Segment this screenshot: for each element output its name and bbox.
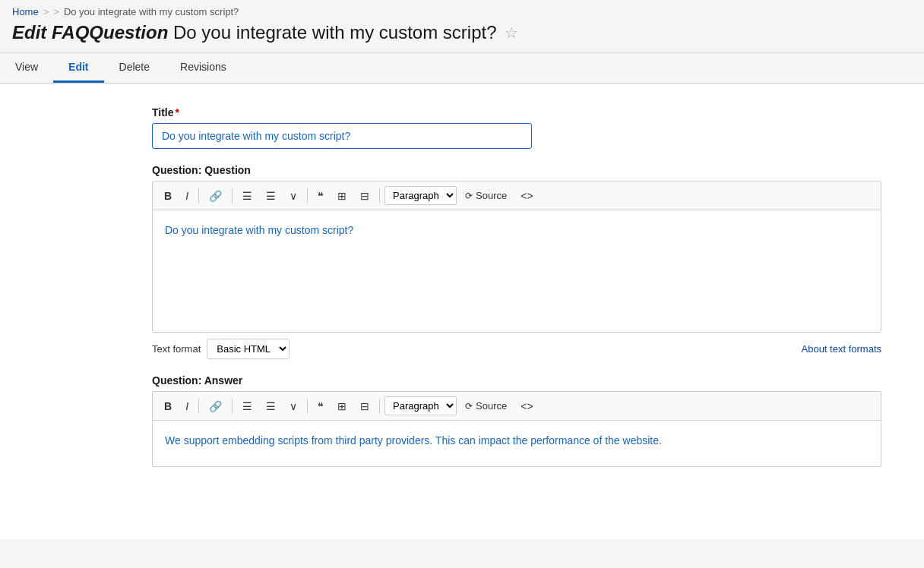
image-button[interactable]: ⊞ [332, 187, 352, 205]
numbered-list-button[interactable]: ☰ [261, 187, 281, 205]
link-button[interactable]: 🔗 [204, 187, 227, 205]
answer-list-dropdown-button[interactable]: ∨ [284, 397, 302, 415]
page-title: Edit FAQQuestion Do you integrate with m… [12, 22, 912, 43]
answer-toolbar-sep-1 [198, 399, 199, 414]
embed-button[interactable]: ⊟ [355, 187, 375, 205]
breadcrumb-current: Do you integrate with my custom script? [64, 6, 239, 17]
content-area: Title* Question: Question B I 🔗 ☰ ☰ ∨ ❝ … [0, 84, 924, 539]
bullet-list-button[interactable]: ☰ [237, 187, 258, 205]
page-title-prefix: Edit FAQQuestion [12, 22, 168, 43]
tab-navigation: View Edit Delete Revisions [0, 53, 924, 84]
format-select[interactable]: Paragraph [384, 186, 457, 205]
answer-body[interactable]: We support embedding scripts from third … [153, 421, 881, 466]
answer-source-label: Source [476, 400, 507, 412]
toolbar-sep-4 [379, 188, 380, 204]
about-formats-link[interactable]: About text formats [802, 343, 882, 355]
breadcrumb-sep1: > [43, 6, 49, 17]
toolbar-sep-3 [307, 188, 308, 204]
code-button[interactable]: <> [515, 187, 538, 205]
answer-label: Question: Answer [152, 374, 772, 387]
answer-italic-button[interactable]: I [180, 397, 194, 415]
breadcrumb-home[interactable]: Home [12, 6, 39, 17]
breadcrumb: Home > > Do you integrate with my custom… [12, 6, 912, 17]
answer-embed-button[interactable]: ⊟ [355, 397, 375, 415]
tab-delete[interactable]: Delete [104, 53, 165, 83]
question-editor: B I 🔗 ☰ ☰ ∨ ❝ ⊞ ⊟ Paragraph ⟳ Source [152, 181, 881, 333]
source-label: Source [476, 190, 507, 201]
answer-link-button[interactable]: 🔗 [204, 397, 227, 415]
title-field-group: Title* [152, 106, 772, 149]
tab-edit[interactable]: Edit [53, 53, 103, 83]
source-button[interactable]: ⟳ Source [460, 187, 512, 204]
answer-toolbar-sep-4 [379, 399, 380, 414]
answer-bullet-list-button[interactable]: ☰ [237, 397, 258, 415]
answer-image-button[interactable]: ⊞ [332, 397, 352, 415]
source-icon: ⟳ [465, 191, 473, 201]
title-required: * [176, 106, 179, 118]
answer-source-icon: ⟳ [465, 401, 473, 412]
title-input[interactable] [152, 123, 532, 149]
question-body[interactable]: Do you integrate with my custom script? [153, 210, 881, 332]
question-label: Question: Question [152, 164, 772, 176]
italic-button[interactable]: I [180, 187, 194, 205]
toolbar-sep-2 [232, 188, 233, 204]
text-format-left: Text format Basic HTML [152, 339, 290, 359]
answer-toolbar: B I 🔗 ☰ ☰ ∨ ❝ ⊞ ⊟ Paragraph ⟳ Source [153, 392, 881, 421]
answer-blockquote-button[interactable]: ❝ [312, 397, 329, 415]
answer-editor: B I 🔗 ☰ ☰ ∨ ❝ ⊞ ⊟ Paragraph ⟳ Source [152, 391, 881, 467]
answer-field-group: Question: Answer B I 🔗 ☰ ☰ ∨ ❝ ⊞ ⊟ Parag… [152, 374, 772, 467]
text-format-select[interactable]: Basic HTML [207, 339, 290, 359]
blockquote-button[interactable]: ❝ [312, 187, 329, 205]
answer-bold-button[interactable]: B [159, 397, 177, 415]
text-format-row: Text format Basic HTML About text format… [152, 339, 881, 359]
question-field-group: Question: Question B I 🔗 ☰ ☰ ∨ ❝ ⊞ ⊟ Par… [152, 164, 772, 359]
page-title-text: Do you integrate with my custom script? [173, 22, 497, 43]
favorite-icon[interactable]: ☆ [505, 24, 518, 42]
breadcrumb-sep2: > [53, 6, 59, 17]
bold-button[interactable]: B [159, 187, 177, 205]
tab-view[interactable]: View [0, 53, 53, 83]
answer-format-select[interactable]: Paragraph [384, 396, 457, 415]
answer-code-button[interactable]: <> [515, 397, 538, 415]
text-format-label: Text format [152, 343, 201, 355]
tab-revisions[interactable]: Revisions [165, 53, 242, 83]
answer-source-button[interactable]: ⟳ Source [460, 397, 512, 415]
answer-toolbar-sep-3 [307, 399, 308, 414]
answer-toolbar-sep-2 [232, 399, 233, 414]
answer-numbered-list-button[interactable]: ☰ [261, 397, 281, 415]
toolbar-sep-1 [198, 188, 199, 204]
question-toolbar: B I 🔗 ☰ ☰ ∨ ❝ ⊞ ⊟ Paragraph ⟳ Source [153, 181, 881, 210]
title-label: Title* [152, 106, 772, 118]
list-dropdown-button[interactable]: ∨ [284, 187, 302, 205]
